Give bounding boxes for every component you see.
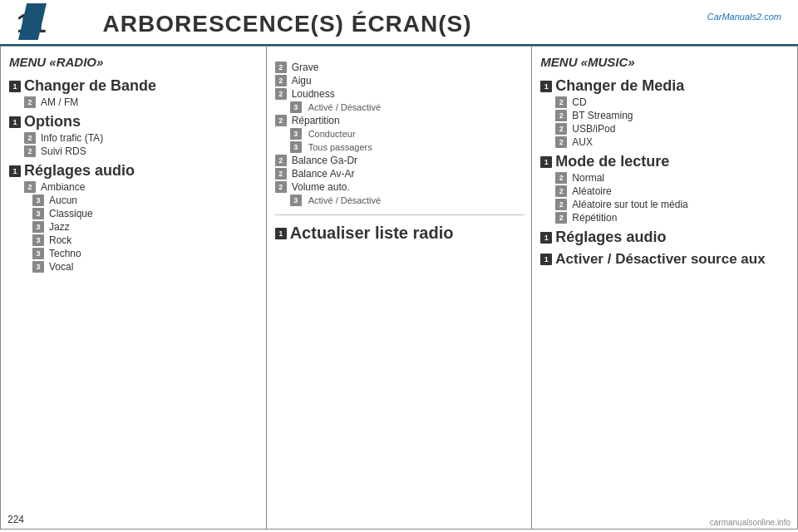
header-watermark: CarManuals2.com bbox=[707, 12, 781, 22]
section-options: 1 Options bbox=[9, 113, 259, 131]
badge-act-liste: 1 bbox=[275, 228, 287, 239]
badge-3c: 3 bbox=[32, 221, 44, 233]
item-bt-streaming: 2 BT Streaming bbox=[555, 110, 791, 121]
item-repartition-label: Répartition bbox=[292, 115, 340, 126]
badge-ad1: 1 bbox=[540, 254, 552, 265]
item-active-desactive-1-label: Activé / Désactivé bbox=[308, 102, 381, 112]
badge-tous: 3 bbox=[290, 141, 302, 153]
item-classique: 3 Classique bbox=[32, 208, 259, 219]
item-techno-label: Techno bbox=[49, 248, 81, 259]
item-balance-avar: 2 Balance Av-Ar bbox=[275, 168, 525, 180]
divider bbox=[275, 214, 525, 215]
item-bt-streaming-label: BT Streaming bbox=[572, 110, 633, 121]
badge-aux: 2 bbox=[555, 136, 567, 148]
badge-3e: 3 bbox=[32, 248, 44, 259]
item-loudness-label: Loudness bbox=[292, 88, 335, 100]
item-vocal: 3 Vocal bbox=[32, 261, 259, 273]
item-aleatoire-tout-label: Aléatoire sur tout le média bbox=[572, 199, 687, 210]
badge-cond: 3 bbox=[290, 128, 302, 140]
badge-aleat: 2 bbox=[555, 185, 567, 197]
item-volume-auto-label: Volume auto. bbox=[292, 181, 350, 193]
item-rock-label: Rock bbox=[49, 234, 71, 246]
panel-radio: MENU «RADIO» 1 Changer de Bande 2 AM / F… bbox=[0, 46, 266, 530]
item-techno: 3 Techno bbox=[32, 248, 259, 259]
badge-cd: 2 bbox=[555, 96, 567, 108]
item-info-trafic: 2 Info trafic (TA) bbox=[24, 132, 259, 144]
item-volume-auto: 2 Volume auto. bbox=[275, 181, 525, 193]
section-mode-lecture-label: Mode de lecture bbox=[555, 153, 669, 170]
item-aigu: 2 Aigu bbox=[275, 75, 525, 86]
section-options-label: Options bbox=[24, 113, 81, 131]
badge-3a: 3 bbox=[32, 195, 44, 206]
item-normal: 2 Normal bbox=[555, 172, 791, 184]
item-tous-passagers-label: Tous passagers bbox=[308, 142, 372, 152]
item-balance-avar-label: Balance Av-Ar bbox=[292, 168, 355, 180]
item-info-trafic-label: Info trafic (TA) bbox=[41, 132, 103, 144]
section-actualiser-label: Actualiser liste radio bbox=[290, 224, 454, 243]
section-changer-media-label: Changer de Media bbox=[555, 77, 684, 95]
section-activer-desactiver: 1 Activer / Désactiver source aux bbox=[540, 251, 791, 268]
badge-act1: 3 bbox=[290, 101, 302, 113]
badge-bt: 2 bbox=[555, 110, 567, 121]
section-reglages-audio-label: Réglages audio bbox=[24, 162, 135, 180]
badge-2b: 2 bbox=[24, 132, 36, 144]
badge-3d: 3 bbox=[32, 234, 44, 246]
badge-ra1: 1 bbox=[540, 232, 552, 244]
item-grave-label: Grave bbox=[292, 62, 319, 73]
item-usb-ipod: 2 USB/iPod bbox=[555, 123, 791, 135]
main-content: MENU «RADIO» 1 Changer de Bande 2 AM / F… bbox=[0, 46, 798, 530]
item-aleatoire-label: Aléatoire bbox=[572, 185, 611, 197]
item-am-fm-label: AM / FM bbox=[41, 96, 78, 108]
panel-music: MENU «MUSIC» 1 Changer de Media 2 CD 2 B… bbox=[531, 46, 798, 530]
section-changer-media: 1 Changer de Media bbox=[540, 77, 791, 95]
badge-2c: 2 bbox=[24, 145, 36, 157]
item-classique-label: Classique bbox=[49, 208, 93, 219]
item-jazz: 3 Jazz bbox=[32, 221, 259, 233]
item-conducteur: 3 Conducteur bbox=[290, 128, 525, 140]
item-loudness: 2 Loudness bbox=[275, 88, 525, 100]
item-tous-passagers: 3 Tous passagers bbox=[290, 141, 525, 153]
item-am-fm: 2 AM / FM bbox=[24, 96, 259, 108]
badge-grave: 2 bbox=[275, 62, 287, 73]
item-vocal-label: Vocal bbox=[49, 261, 73, 273]
badge-gadr: 2 bbox=[275, 155, 287, 166]
panel-radio-title: MENU «RADIO» bbox=[9, 55, 259, 69]
badge-1c: 1 bbox=[9, 165, 21, 177]
section-reglages-audio: 1 Réglages audio bbox=[9, 162, 259, 180]
badge-3b: 3 bbox=[32, 208, 44, 219]
badge-ml1: 1 bbox=[540, 156, 552, 168]
badge-vol: 2 bbox=[275, 181, 287, 193]
item-ambiance-label: Ambiance bbox=[41, 181, 85, 193]
item-repetition-label: Répétition bbox=[572, 212, 617, 224]
section-activer-desactiver-label: Activer / Désactiver source aux bbox=[555, 251, 765, 268]
item-aleatoire-tout: 2 Aléatoire sur tout le média bbox=[555, 199, 791, 210]
badge-cm1: 1 bbox=[540, 81, 552, 92]
item-aux: 2 AUX bbox=[555, 136, 791, 148]
badge-rep2: 2 bbox=[555, 212, 567, 224]
item-aucun-label: Aucun bbox=[49, 195, 77, 206]
item-jazz-label: Jazz bbox=[49, 221, 70, 233]
item-active-desactive-2: 3 Activé / Désactivé bbox=[290, 195, 525, 206]
item-normal-label: Normal bbox=[572, 172, 604, 184]
item-rock: 3 Rock bbox=[32, 234, 259, 246]
bottom-watermark: carmanualsonline.info bbox=[710, 518, 791, 527]
panel-middle: 2 Grave 2 Aigu 2 Loudness 3 Activé / Dés… bbox=[266, 46, 532, 530]
item-repartition: 2 Répartition bbox=[275, 115, 525, 126]
badge-1: 1 bbox=[9, 81, 21, 92]
page-header: 11 ARBORESCENCE(S) ÉCRAN(S) CarManuals2.… bbox=[0, 0, 798, 46]
item-suivi-rds-label: Suivi RDS bbox=[41, 145, 86, 157]
section-changer-bande: 1 Changer de Bande bbox=[9, 77, 259, 95]
badge-act2: 3 bbox=[290, 195, 302, 206]
badge-2: 2 bbox=[24, 96, 36, 108]
page-number: 224 bbox=[7, 514, 24, 525]
page-title: ARBORESCENCE(S) ÉCRAN(S) bbox=[103, 11, 472, 37]
item-conducteur-label: Conducteur bbox=[308, 129, 356, 139]
section-mode-lecture: 1 Mode de lecture bbox=[540, 153, 791, 170]
section-reglages-audio-music-label: Réglages audio bbox=[555, 229, 666, 246]
section-changer-bande-label: Changer de Bande bbox=[24, 77, 156, 95]
item-aigu-label: Aigu bbox=[292, 75, 312, 86]
item-suivi-rds: 2 Suivi RDS bbox=[24, 145, 259, 157]
section-actualiser: 1 Actualiser liste radio bbox=[275, 224, 525, 243]
item-cd: 2 CD bbox=[555, 96, 791, 108]
badge-avar: 2 bbox=[275, 168, 287, 180]
